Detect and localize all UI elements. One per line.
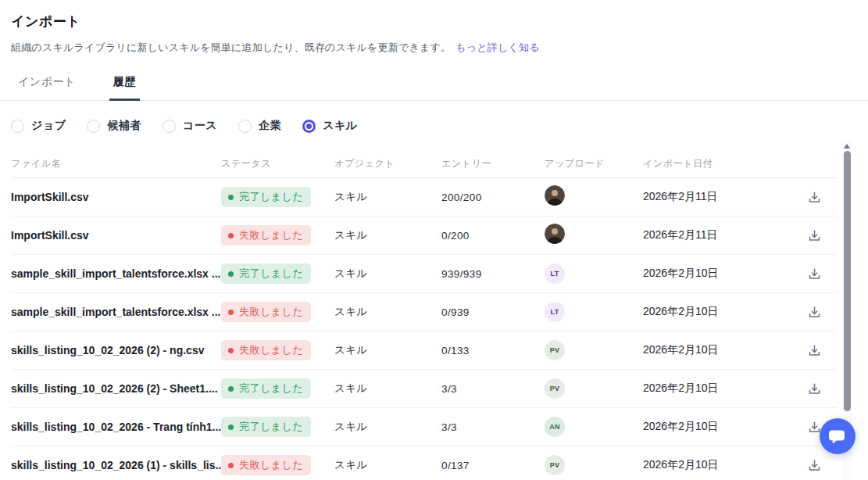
- uploader-avatar: PV: [545, 340, 565, 360]
- entries-count: 0/939: [441, 306, 545, 318]
- status-dot-icon: [228, 271, 234, 277]
- filter-option-candidate[interactable]: 候補者: [87, 119, 141, 133]
- import-page: インポート 組織のスキルライブラリに新しいスキルを簡単に追加したり、既存のスキル…: [0, 13, 868, 480]
- entries-count: 3/3: [441, 383, 545, 395]
- status-dot-icon: [228, 310, 234, 315]
- upload-cell: PV: [545, 378, 643, 399]
- actions-cell: [791, 226, 837, 245]
- scroll-up-arrow-icon[interactable]: [844, 144, 850, 149]
- status-badge: 失敗しました: [221, 225, 311, 245]
- status-badge: 失敗しました: [221, 340, 311, 360]
- table-row: skills_listing_10_02_2026 (2) - Sheet1..…: [11, 370, 837, 408]
- table-row: sample_skill_import_talentsforce.xlsx ..…: [11, 255, 837, 293]
- status-badge: 完了しました: [221, 187, 311, 207]
- uploader-avatar: [545, 185, 565, 206]
- upload-cell: AN: [545, 417, 643, 437]
- file-name: sample_skill_import_talentsforce.xlsx ..…: [11, 306, 221, 318]
- status-label: 完了しました: [239, 381, 303, 396]
- download-button[interactable]: [805, 188, 824, 207]
- filter-label: ジョブ: [31, 119, 66, 133]
- download-button[interactable]: [805, 303, 824, 322]
- filter-label: 企業: [259, 119, 281, 133]
- object-type: スキル: [334, 267, 441, 281]
- file-name: skills_listing_10_02_2026 (2) - Sheet1..…: [11, 382, 221, 395]
- status-cell: 失敗しました: [221, 225, 334, 245]
- status-cell: 失敗しました: [221, 340, 334, 360]
- col-header-status: ステータス: [221, 157, 334, 170]
- tab-import[interactable]: インポート: [16, 75, 78, 100]
- table-row: ImportSkill.csv 完了しました スキル 200/200 2026年…: [11, 178, 837, 217]
- download-button[interactable]: [805, 456, 824, 475]
- filter-label: コース: [183, 119, 217, 133]
- status-label: 失敗しました: [239, 343, 303, 357]
- learn-more-link[interactable]: もっと詳しく知る: [455, 41, 539, 53]
- file-name: skills_listing_10_02_2026 (2) - ng.csv: [11, 344, 221, 356]
- object-type: スキル: [334, 458, 441, 472]
- col-header-file: ファイル名: [11, 157, 221, 170]
- upload-cell: LT: [545, 263, 643, 284]
- actions-cell: [791, 379, 837, 399]
- uploader-avatar: AN: [545, 417, 565, 437]
- tab-history[interactable]: 履歴: [111, 75, 138, 100]
- import-date: 2026年2月11日: [643, 228, 791, 242]
- radio-icon: [11, 120, 24, 133]
- col-header-date: インポート日付: [643, 157, 791, 170]
- filter-option-course[interactable]: コース: [163, 119, 217, 133]
- chat-launcher-button[interactable]: [820, 418, 855, 454]
- status-label: 失敗しました: [239, 305, 303, 319]
- file-name: ImportSkill.csv: [11, 191, 221, 203]
- entries-count: 200/200: [441, 192, 545, 203]
- file-name: skills_listing_10_02_2026 - Trang tính1.…: [11, 421, 221, 433]
- status-dot-icon: [228, 424, 234, 430]
- col-header-object: オブジェクト: [334, 157, 441, 170]
- status-dot-icon: [228, 348, 234, 353]
- table-row: skills_listing_10_02_2026 (2) - ng.csv 失…: [11, 331, 837, 370]
- upload-cell: LT: [545, 302, 643, 322]
- entries-count: 939/939: [441, 268, 545, 280]
- import-date: 2026年2月10日: [643, 343, 791, 357]
- object-type: スキル: [334, 381, 441, 396]
- upload-cell: PV: [545, 340, 643, 360]
- status-dot-icon: [228, 386, 234, 392]
- actions-cell: [791, 188, 837, 207]
- filter-option-company[interactable]: 企業: [238, 119, 281, 133]
- object-type: スキル: [334, 305, 441, 319]
- scrollbar-thumb[interactable]: [844, 151, 851, 411]
- status-badge: 完了しました: [221, 417, 311, 437]
- download-button[interactable]: [805, 341, 824, 360]
- chat-bubble-icon: [828, 427, 847, 446]
- object-type: スキル: [334, 420, 441, 434]
- page-title: インポート: [11, 13, 868, 30]
- actions-cell: [791, 341, 837, 360]
- status-dot-icon: [228, 463, 234, 468]
- download-button[interactable]: [805, 379, 824, 399]
- download-button[interactable]: [805, 264, 824, 284]
- import-date: 2026年2月10日: [643, 458, 791, 472]
- filter-option-skill[interactable]: スキル: [302, 119, 357, 133]
- file-name: sample_skill_import_talentsforce.xlsx ..…: [11, 267, 221, 280]
- description-text: 組織のスキルライブラリに新しいスキルを簡単に追加したり、既存のスキルを更新できま…: [11, 41, 451, 53]
- filter-option-job[interactable]: ジョブ: [11, 119, 66, 133]
- upload-cell: [545, 224, 643, 247]
- table-row: skills_listing_10_02_2026 - Trang tính1.…: [11, 408, 837, 446]
- radio-icon: [238, 120, 252, 133]
- file-name: skills_listing_10_02_2026 (1) - skills_l…: [11, 459, 221, 471]
- uploader-avatar: PV: [545, 455, 565, 475]
- radio-icon: [163, 120, 176, 133]
- table-body: ImportSkill.csv 完了しました スキル 200/200 2026年…: [11, 178, 837, 480]
- status-badge: 失敗しました: [221, 455, 311, 475]
- radio-icon: [87, 120, 100, 133]
- status-cell: 完了しました: [221, 187, 334, 207]
- object-type: スキル: [334, 190, 441, 204]
- col-header-upload: アップロード: [545, 157, 643, 170]
- status-label: 完了しました: [239, 267, 303, 281]
- import-date: 2026年2月10日: [643, 381, 791, 396]
- download-button[interactable]: [805, 226, 824, 245]
- actions-cell: [791, 303, 837, 322]
- filter-bar: ジョブ 候補者 コース 企業 スキル: [11, 119, 868, 133]
- uploader-avatar: LT: [545, 302, 565, 322]
- table-row: skills_listing_10_02_2026 (1) - skills_l…: [11, 446, 837, 480]
- status-cell: 完了しました: [221, 417, 334, 437]
- upload-cell: [545, 185, 643, 209]
- status-label: 失敗しました: [239, 458, 303, 472]
